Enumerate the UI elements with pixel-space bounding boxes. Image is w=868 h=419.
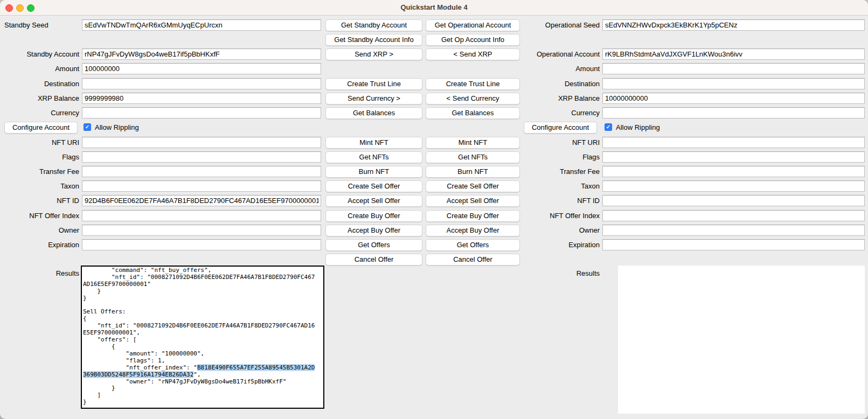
op-nft-id-input[interactable] bbox=[602, 195, 865, 206]
standby-send-currency-button[interactable]: Send Currency > bbox=[325, 93, 422, 104]
op-destination-input[interactable] bbox=[602, 78, 865, 89]
standby-transfer-fee-label: Transfer Fee bbox=[0, 166, 79, 177]
op-create-trust-line-button[interactable]: Create Trust Line bbox=[426, 78, 520, 90]
op-allow-rippling-checkbox[interactable]: ✓ bbox=[605, 123, 612, 131]
op-get-balances-button[interactable]: Get Balances bbox=[426, 107, 520, 119]
standby-flags-input[interactable] bbox=[82, 151, 321, 163]
standby-nft-uri-input[interactable] bbox=[82, 137, 321, 148]
op-amount-input[interactable] bbox=[602, 63, 865, 74]
op-nft-offer-index-label: NFT Offer Index bbox=[520, 210, 600, 221]
op-configure-account-button[interactable]: Configure Account bbox=[524, 122, 597, 134]
op-accept-sell-offer-button[interactable]: Accept Sell Offer bbox=[426, 195, 520, 207]
op-nft-uri-label: NFT URI bbox=[520, 137, 600, 148]
get-op-account-info-button[interactable]: Get Op Account Info bbox=[426, 34, 520, 46]
standby-accept-buy-offer-button[interactable]: Accept Buy Offer bbox=[325, 225, 422, 236]
op-results-textarea[interactable] bbox=[618, 266, 865, 414]
standby-nft-offer-index-label: NFT Offer Index bbox=[0, 210, 79, 221]
get-standby-account-info-button[interactable]: Get Standby Account Info bbox=[325, 34, 422, 46]
standby-get-nfts-button[interactable]: Get NFTs bbox=[325, 151, 422, 163]
standby-nft-id-input[interactable] bbox=[82, 195, 321, 206]
op-currency-label: Currency bbox=[520, 107, 600, 118]
operational-seed-label: Operational Seed bbox=[520, 19, 600, 31]
operational-account-label: Operational Account bbox=[520, 48, 600, 60]
standby-destination-label: Destination bbox=[0, 78, 79, 89]
standby-amount-label: Amount bbox=[0, 63, 79, 74]
op-destination-label: Destination bbox=[520, 78, 600, 89]
op-cancel-offer-button[interactable]: Cancel Offer bbox=[426, 254, 520, 266]
standby-create-buy-offer-button[interactable]: Create Buy Offer bbox=[325, 210, 422, 222]
standby-cancel-offer-button[interactable]: Cancel Offer bbox=[325, 254, 422, 266]
window-title: Quickstart Module 4 bbox=[0, 0, 868, 15]
standby-get-balances-button[interactable]: Get Balances bbox=[325, 107, 422, 119]
op-results-text bbox=[618, 266, 865, 266]
standby-seed-input[interactable] bbox=[82, 19, 321, 31]
op-nft-uri-input[interactable] bbox=[602, 137, 865, 148]
standby-destination-input[interactable] bbox=[82, 78, 321, 89]
op-flags-input[interactable] bbox=[602, 151, 865, 163]
standby-amount-input[interactable] bbox=[82, 63, 321, 74]
op-taxon-label: Taxon bbox=[520, 180, 600, 192]
op-currency-input[interactable] bbox=[602, 107, 865, 118]
standby-nft-offer-index-input[interactable] bbox=[82, 210, 321, 221]
send-xrp-to-operational-button[interactable]: Send XRP > bbox=[325, 48, 422, 60]
op-accept-buy-offer-button[interactable]: Accept Buy Offer bbox=[426, 225, 520, 236]
standby-accept-sell-offer-button[interactable]: Accept Sell Offer bbox=[325, 195, 422, 207]
standby-mint-nft-button[interactable]: Mint NFT bbox=[325, 137, 422, 149]
op-send-currency-button[interactable]: < Send Currency bbox=[426, 93, 520, 104]
op-xrp-balance-label: XRP Balance bbox=[520, 93, 600, 104]
standby-account-input[interactable] bbox=[82, 48, 321, 60]
op-xrp-balance-input[interactable] bbox=[602, 93, 865, 104]
standby-owner-input[interactable] bbox=[82, 225, 321, 236]
standby-taxon-input[interactable] bbox=[82, 180, 321, 192]
standby-owner-label: Owner bbox=[0, 225, 79, 236]
standby-configure-account-button[interactable]: Configure Account bbox=[4, 122, 78, 134]
get-standby-account-button[interactable]: Get Standby Account bbox=[325, 19, 422, 31]
op-nft-offer-index-input[interactable] bbox=[602, 210, 865, 221]
op-taxon-input[interactable] bbox=[602, 180, 865, 192]
standby-create-trust-line-button[interactable]: Create Trust Line bbox=[325, 78, 422, 90]
get-operational-account-button[interactable]: Get Operational Account bbox=[426, 19, 520, 31]
checkmark-icon: ✓ bbox=[84, 123, 91, 131]
standby-get-offers-button[interactable]: Get Offers bbox=[325, 239, 422, 251]
send-xrp-to-standby-button[interactable]: < Send XRP bbox=[426, 48, 520, 60]
op-burn-nft-button[interactable]: Burn NFT bbox=[426, 166, 520, 178]
standby-results-label: Results bbox=[0, 268, 79, 279]
standby-nft-id-label: NFT ID bbox=[0, 195, 79, 206]
title-bar: Quickstart Module 4 bbox=[0, 0, 868, 16]
op-mint-nft-button[interactable]: Mint NFT bbox=[426, 137, 520, 149]
operational-account-input[interactable] bbox=[602, 48, 865, 60]
standby-xrp-balance-input[interactable] bbox=[82, 93, 321, 104]
op-nft-id-label: NFT ID bbox=[520, 195, 600, 206]
op-owner-label: Owner bbox=[520, 225, 600, 236]
standby-account-label: Standby Account bbox=[0, 48, 79, 60]
standby-create-sell-offer-button[interactable]: Create Sell Offer bbox=[325, 180, 422, 192]
op-transfer-fee-label: Transfer Fee bbox=[520, 166, 600, 177]
standby-expiration-input[interactable] bbox=[82, 239, 321, 250]
app-window: Quickstart Module 4 Standby Seed Standby… bbox=[0, 0, 868, 419]
standby-burn-nft-button[interactable]: Burn NFT bbox=[325, 166, 422, 178]
op-flags-label: Flags bbox=[520, 151, 600, 163]
standby-results-textarea[interactable]: "command": "nft_buy_offers", "nft_id": "… bbox=[81, 266, 324, 409]
op-owner-input[interactable] bbox=[602, 225, 865, 236]
standby-expiration-label: Expiration bbox=[0, 239, 79, 250]
standby-currency-input[interactable] bbox=[82, 107, 321, 118]
op-expiration-label: Expiration bbox=[520, 239, 600, 250]
op-get-offers-button[interactable]: Get Offers bbox=[426, 239, 520, 251]
op-results-label: Results bbox=[520, 268, 600, 279]
op-get-nfts-button[interactable]: Get NFTs bbox=[426, 151, 520, 163]
checkmark-icon: ✓ bbox=[605, 123, 612, 131]
standby-flags-label: Flags bbox=[0, 151, 79, 163]
operational-seed-input[interactable] bbox=[602, 19, 865, 31]
op-create-buy-offer-button[interactable]: Create Buy Offer bbox=[426, 210, 520, 222]
standby-results-text: "command": "nft_buy_offers", "nft_id": "… bbox=[82, 267, 323, 406]
op-transfer-fee-input[interactable] bbox=[602, 166, 865, 177]
standby-currency-label: Currency bbox=[0, 107, 79, 118]
op-amount-label: Amount bbox=[520, 63, 600, 74]
standby-allow-rippling-checkbox[interactable]: ✓ bbox=[84, 123, 91, 131]
standby-transfer-fee-input[interactable] bbox=[82, 166, 321, 177]
op-create-sell-offer-button[interactable]: Create Sell Offer bbox=[426, 180, 520, 192]
op-expiration-input[interactable] bbox=[602, 239, 865, 250]
standby-seed-label: Standby Seed bbox=[0, 19, 79, 31]
standby-xrp-balance-label: XRP Balance bbox=[0, 93, 79, 104]
standby-taxon-label: Taxon bbox=[0, 180, 79, 192]
